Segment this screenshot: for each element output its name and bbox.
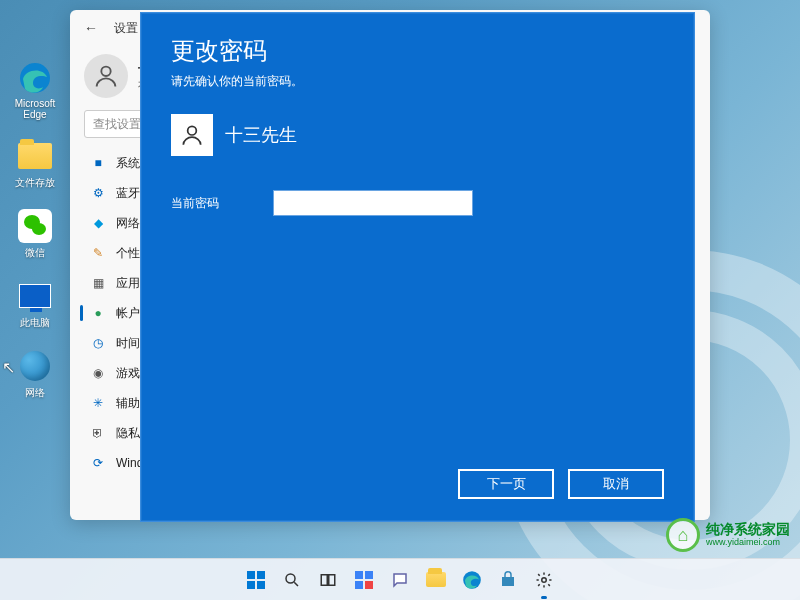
nav-icon: ◷ <box>90 335 106 351</box>
back-button[interactable]: ← <box>78 16 104 40</box>
svg-point-15 <box>542 577 547 582</box>
person-icon <box>171 114 213 156</box>
wechat-icon <box>17 208 53 244</box>
settings-taskbar-icon[interactable] <box>529 565 559 595</box>
cancel-button[interactable]: 取消 <box>568 469 664 499</box>
desktop-icon-thispc[interactable]: 此电脑 <box>10 278 60 330</box>
nav-icon: ✎ <box>90 245 106 261</box>
watermark-line2: www.yidaimei.com <box>706 538 790 548</box>
nav-icon: ◆ <box>90 215 106 231</box>
desktop-icon-folder[interactable]: 文件存放 <box>10 138 60 190</box>
desktop-icon-label: Microsoft Edge <box>15 98 56 120</box>
nav-icon: ⛨ <box>90 425 106 441</box>
edge-icon <box>17 60 53 96</box>
svg-point-1 <box>101 67 110 76</box>
sidebar-item-label: 系统 <box>116 155 140 172</box>
folder-icon <box>17 138 53 174</box>
nav-icon: ✳ <box>90 395 106 411</box>
globe-icon <box>17 348 53 384</box>
change-password-dialog: 更改密码 请先确认你的当前密码。 十三先生 当前密码 下一页 取消 <box>140 12 695 522</box>
desktop-icon-network[interactable]: 网络 <box>10 348 60 400</box>
svg-rect-11 <box>365 571 373 579</box>
nav-icon: ⚙ <box>90 185 106 201</box>
search-icon[interactable] <box>277 565 307 595</box>
desktop-icon-label: 网络 <box>25 386 45 400</box>
svg-rect-13 <box>365 581 373 589</box>
house-icon: ⌂ <box>666 518 700 552</box>
sidebar-item-label: 应用 <box>116 275 140 292</box>
taskbar <box>0 558 800 600</box>
nav-icon: ◉ <box>90 365 106 381</box>
svg-rect-4 <box>257 571 265 579</box>
settings-title: 设置 <box>114 20 138 37</box>
svg-rect-3 <box>247 571 255 579</box>
nav-icon: ■ <box>90 155 106 171</box>
sidebar-item-label: 游戏 <box>116 365 140 382</box>
desktop-icon-edge[interactable]: Microsoft Edge <box>10 60 60 120</box>
desktop-icon-label: 文件存放 <box>15 176 55 190</box>
monitor-icon <box>17 278 53 314</box>
svg-rect-6 <box>257 581 265 589</box>
start-button[interactable] <box>241 565 271 595</box>
svg-rect-5 <box>247 581 255 589</box>
chat-icon[interactable] <box>385 565 415 595</box>
desktop-icon-label: 此电脑 <box>20 316 50 330</box>
dialog-title: 更改密码 <box>171 35 664 67</box>
widgets-icon[interactable] <box>349 565 379 595</box>
svg-point-7 <box>286 574 295 583</box>
dialog-subtitle: 请先确认你的当前密码。 <box>171 73 664 90</box>
nav-icon: ⟳ <box>90 455 106 471</box>
nav-icon: ● <box>90 305 106 321</box>
sidebar-item-label: 帐户 <box>116 305 140 322</box>
desktop-icon-wechat[interactable]: 微信 <box>10 208 60 260</box>
watermark-line1: 纯净系统家园 <box>706 522 790 537</box>
nav-icon: ▦ <box>90 275 106 291</box>
svg-rect-12 <box>355 581 363 589</box>
svg-rect-9 <box>329 574 335 585</box>
watermark: ⌂ 纯净系统家园 www.yidaimei.com <box>666 518 790 552</box>
desktop-icons: Microsoft Edge 文件存放 微信 此电脑 网络 <box>10 60 60 400</box>
desktop-icon-label: 微信 <box>25 246 45 260</box>
svg-point-2 <box>188 126 197 135</box>
explorer-icon[interactable] <box>421 565 451 595</box>
dialog-username: 十三先生 <box>225 123 297 147</box>
next-button[interactable]: 下一页 <box>458 469 554 499</box>
svg-rect-10 <box>355 571 363 579</box>
current-password-input[interactable] <box>273 190 473 216</box>
taskview-icon[interactable] <box>313 565 343 595</box>
current-password-label: 当前密码 <box>171 195 231 212</box>
person-icon <box>84 54 128 98</box>
edge-taskbar-icon[interactable] <box>457 565 487 595</box>
svg-rect-8 <box>321 574 327 585</box>
store-icon[interactable] <box>493 565 523 595</box>
